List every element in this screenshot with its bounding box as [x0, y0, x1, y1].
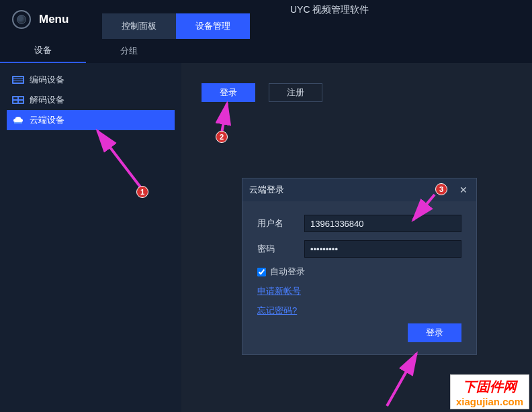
tab-device-management[interactable]: 设备管理 [176, 13, 250, 39]
login-button[interactable]: 登录 [202, 83, 255, 102]
sidebar-item-cloud[interactable]: 云端设备 [7, 110, 175, 130]
dialog-body: 用户名 密码 自动登录 申请新帐号 忘记密码? 登录 [242, 201, 476, 354]
watermark-cn: 下固件网 [456, 378, 523, 396]
svg-rect-2 [13, 79, 23, 81]
close-icon[interactable]: ✕ [457, 184, 470, 196]
dialog-title: 云端登录 [249, 184, 284, 196]
subtab-devices[interactable]: 设备 [0, 39, 86, 63]
watermark-en: xiagujian.com [456, 396, 523, 407]
sidebar-item-encoder[interactable]: 编码设备 [7, 70, 175, 90]
sub-tabs: 设备 分组 [0, 39, 532, 63]
action-buttons: 登录 注册 [202, 83, 512, 102]
menu-label: Menu [39, 13, 69, 26]
password-label: 密码 [257, 243, 304, 255]
top-tabs: UYC 视频管理软件 控制面板 设备管理 [102, 0, 532, 39]
sidebar-item-label: 云端设备 [30, 114, 64, 126]
dialog-login-button[interactable]: 登录 [408, 323, 461, 342]
sidebar-item-decoder[interactable]: 解码设备 [7, 90, 175, 110]
subtab-groups[interactable]: 分组 [86, 39, 172, 63]
encoder-icon [12, 75, 24, 85]
app-title: UYC 视频管理软件 [290, 4, 369, 16]
forgot-password-link[interactable]: 忘记密码? [257, 305, 297, 315]
register-button[interactable]: 注册 [269, 83, 322, 102]
svg-rect-9 [14, 122, 22, 123]
auto-login-label: 自动登录 [270, 266, 305, 278]
watermark: 下固件网 xiagujian.com [450, 374, 529, 409]
menu-button[interactable]: Menu [0, 0, 102, 39]
password-field[interactable] [304, 240, 461, 258]
sidebar: 编码设备 解码设备 云端设备 [0, 63, 181, 412]
cloud-icon [12, 115, 24, 125]
app-logo-icon [12, 10, 31, 29]
svg-rect-7 [13, 101, 17, 103]
decoder-icon [12, 95, 24, 105]
dialog-header: 云端登录 ✕ [242, 178, 476, 201]
svg-rect-3 [13, 81, 23, 83]
svg-rect-4 [12, 96, 24, 104]
sidebar-item-label: 编码设备 [30, 74, 64, 86]
top-bar: Menu UYC 视频管理软件 控制面板 设备管理 [0, 0, 532, 39]
auto-login-row[interactable]: 自动登录 [257, 266, 461, 278]
username-label: 用户名 [257, 217, 304, 229]
auto-login-checkbox[interactable] [257, 268, 266, 276]
svg-rect-8 [19, 101, 23, 103]
svg-rect-1 [13, 77, 23, 79]
svg-rect-6 [19, 97, 23, 99]
svg-rect-5 [13, 97, 17, 99]
cloud-login-dialog: 云端登录 ✕ 用户名 密码 自动登录 申请新帐号 忘记密码? 登录 [242, 178, 477, 355]
tab-control-panel[interactable]: 控制面板 [102, 13, 176, 39]
username-field[interactable] [304, 215, 461, 232]
sidebar-item-label: 解码设备 [30, 94, 64, 106]
apply-account-link[interactable]: 申请新帐号 [257, 286, 301, 296]
